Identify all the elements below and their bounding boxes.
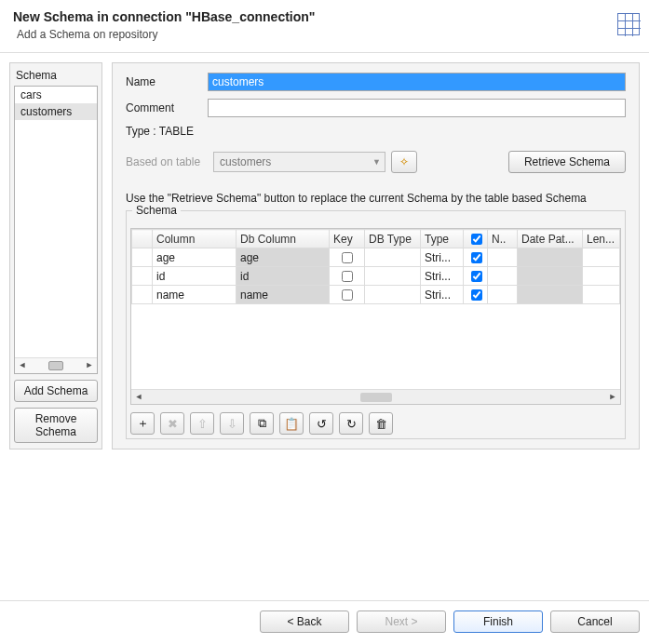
table-icon: [617, 13, 640, 35]
table-cell[interactable]: [330, 286, 365, 304]
export-icon[interactable]: ↻: [339, 412, 363, 435]
table-cell[interactable]: [488, 248, 518, 267]
move-down-icon: ⇩: [220, 412, 244, 435]
table-cell[interactable]: [132, 267, 153, 286]
table-cell[interactable]: [464, 248, 488, 267]
column-header[interactable]: Column: [153, 230, 237, 248]
table-cell[interactable]: [464, 286, 488, 304]
retrieve-schema-button[interactable]: Retrieve Schema: [508, 151, 626, 173]
comment-label: Comment: [126, 101, 208, 114]
table-cell[interactable]: [132, 248, 153, 267]
back-button[interactable]: < Back: [260, 610, 349, 633]
add-schema-button[interactable]: Add Schema: [14, 380, 98, 402]
grid-scroll-right-icon[interactable]: ►: [607, 392, 618, 403]
schema-grid-group: Schema ColumnDb ColumnKeyDB TypeTypeN..D…: [126, 210, 626, 439]
table-cell[interactable]: id: [153, 267, 237, 286]
table-cell[interactable]: [488, 267, 518, 286]
grid-hscrollbar[interactable]: ◄ ►: [131, 389, 620, 404]
column-header[interactable]: Db Column: [237, 230, 330, 248]
table-cell[interactable]: [518, 248, 583, 267]
move-up-icon: ⇧: [190, 412, 214, 435]
based-on-value: customers: [220, 155, 271, 168]
remove-schema-button[interactable]: Remove Schema: [14, 408, 98, 443]
magic-wand-icon: ✧: [399, 155, 409, 168]
schema-detail-panel: Name customers Comment Type : TABLE Base…: [112, 62, 640, 449]
table-cell[interactable]: age: [237, 248, 330, 267]
scroll-left-icon[interactable]: ◄: [17, 360, 28, 371]
table-cell[interactable]: Stri...: [421, 248, 464, 267]
column-header[interactable]: N..: [488, 230, 518, 248]
table-row[interactable]: namenameStri...: [132, 286, 620, 304]
table-cell[interactable]: [488, 286, 518, 304]
column-header[interactable]: Date Pat...: [518, 230, 583, 248]
table-cell[interactable]: [518, 267, 583, 286]
wizard-footer: < Back Next > Finish Cancel: [0, 600, 649, 644]
grid-toolbar: ＋✖⇧⇩⧉📋↺↻🗑: [130, 412, 621, 435]
finish-button[interactable]: Finish: [453, 610, 543, 633]
based-on-table-select[interactable]: customers ▼: [213, 152, 385, 172]
schema-list-panel: Schema carscustomers ◄ ► Add Schema Remo…: [9, 62, 102, 449]
table-cell[interactable]: Stri...: [421, 267, 464, 286]
row-checkbox[interactable]: [342, 271, 353, 282]
scroll-right-icon[interactable]: ►: [84, 360, 95, 371]
chevron-down-icon: ▼: [372, 157, 381, 167]
name-input[interactable]: customers: [208, 73, 626, 91]
guess-schema-button[interactable]: ✧: [391, 151, 417, 173]
schema-grid-label: Schema: [132, 204, 181, 217]
table-cell[interactable]: Stri...: [421, 286, 464, 304]
table-cell[interactable]: [464, 267, 488, 286]
scroll-thumb[interactable]: [48, 361, 63, 370]
page-subtitle: Add a Schema on repository: [17, 28, 636, 41]
table-cell[interactable]: name: [153, 286, 237, 304]
import-icon[interactable]: ↺: [309, 412, 333, 435]
list-hscrollbar[interactable]: ◄ ►: [15, 357, 97, 373]
next-button: Next >: [357, 610, 446, 633]
schema-list-item[interactable]: cars: [15, 87, 97, 103]
copy-icon[interactable]: ⧉: [250, 412, 274, 435]
schema-grid[interactable]: ColumnDb ColumnKeyDB TypeTypeN..Date Pat…: [130, 228, 621, 405]
row-checkbox[interactable]: [471, 252, 482, 263]
table-cell[interactable]: [518, 286, 583, 304]
column-header[interactable]: Type: [421, 230, 464, 248]
column-header[interactable]: Len...: [583, 230, 620, 248]
table-cell[interactable]: [583, 267, 620, 286]
table-row[interactable]: ididStri...: [132, 267, 620, 286]
type-label: Type : TABLE: [126, 125, 626, 138]
column-header[interactable]: DB Type: [365, 230, 421, 248]
table-cell[interactable]: id: [237, 267, 330, 286]
table-row[interactable]: ageageStri...: [132, 248, 620, 267]
column-header[interactable]: Key: [330, 230, 365, 248]
grid-scroll-left-icon[interactable]: ◄: [133, 392, 144, 403]
column-header[interactable]: [132, 230, 153, 248]
row-checkbox[interactable]: [471, 289, 482, 301]
table-cell[interactable]: [365, 267, 421, 286]
clear-icon[interactable]: 🗑: [369, 412, 393, 435]
table-cell[interactable]: age: [153, 248, 237, 267]
table-cell[interactable]: name: [237, 286, 330, 304]
delete-row-icon: ✖: [160, 412, 184, 435]
add-row-icon[interactable]: ＋: [130, 412, 155, 435]
row-checkbox[interactable]: [471, 271, 482, 282]
table-cell[interactable]: [132, 286, 153, 304]
table-cell[interactable]: [330, 267, 365, 286]
row-checkbox[interactable]: [342, 252, 353, 263]
header-checkbox[interactable]: [471, 234, 482, 245]
table-cell[interactable]: [583, 248, 620, 267]
comment-input[interactable]: [208, 99, 626, 117]
table-cell[interactable]: [365, 286, 421, 304]
grid-scroll-thumb[interactable]: [360, 393, 392, 402]
cancel-button[interactable]: Cancel: [550, 610, 640, 633]
table-cell[interactable]: [330, 248, 365, 267]
paste-icon[interactable]: 📋: [279, 412, 304, 435]
row-checkbox[interactable]: [342, 289, 353, 301]
schema-list[interactable]: carscustomers ◄ ►: [14, 86, 98, 374]
schema-list-item[interactable]: customers: [15, 103, 97, 120]
based-on-label: Based on table: [126, 155, 208, 168]
wizard-header: New Schema in connection "HBase_connecti…: [0, 0, 649, 47]
table-cell[interactable]: [583, 286, 620, 304]
page-title: New Schema in connection "HBase_connecti…: [13, 9, 636, 24]
retrieve-hint: Use the "Retrieve Schema" button to repl…: [126, 192, 626, 205]
name-label: Name: [126, 75, 208, 88]
table-cell[interactable]: [365, 248, 421, 267]
column-header[interactable]: [464, 230, 488, 248]
